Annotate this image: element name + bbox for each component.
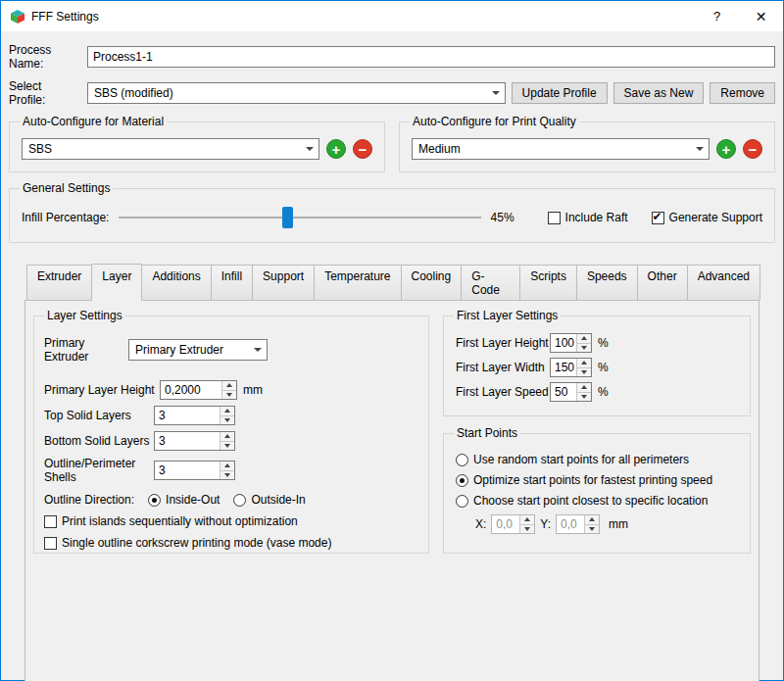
- settings-tabwidget: Extruder Layer Additions Infill Support …: [24, 265, 760, 681]
- tab-layer[interactable]: Layer: [91, 264, 142, 301]
- spin-up-icon[interactable]: [222, 381, 236, 391]
- slider-handle[interactable]: [282, 207, 293, 228]
- spin-down-icon[interactable]: [222, 391, 236, 400]
- spin-down-icon[interactable]: [577, 393, 591, 402]
- spin-up-icon[interactable]: [577, 359, 591, 368]
- tab-support[interactable]: Support: [252, 265, 315, 300]
- spin-up-icon[interactable]: [585, 515, 599, 525]
- spin-down-icon[interactable]: [220, 442, 234, 451]
- y-label: Y:: [540, 517, 551, 531]
- x-label: X:: [475, 517, 486, 531]
- radio-icon: [456, 454, 468, 466]
- print-islands-label: Print islands sequentially without optim…: [62, 514, 298, 528]
- update-profile-button[interactable]: Update Profile: [512, 82, 608, 104]
- chevron-down-icon: [691, 147, 709, 151]
- start-x-spinner[interactable]: 0,0: [491, 514, 535, 534]
- first-layer-width-spinner[interactable]: 150: [550, 358, 592, 377]
- layer-tab-pane: Layer Settings Primary Extruder Primary …: [24, 300, 760, 681]
- checkbox-icon: [548, 212, 561, 224]
- generate-support-checkbox[interactable]: Generate Support: [652, 211, 762, 224]
- outside-in-radio[interactable]: Outside-In: [233, 493, 305, 507]
- checkbox-checked-icon: [652, 212, 664, 224]
- include-raft-label: Include Raft: [565, 211, 628, 224]
- spin-value: 50: [551, 383, 576, 401]
- chevron-down-icon: [301, 147, 318, 151]
- random-start-points-label: Use random start points for all perimete…: [473, 453, 689, 466]
- primary-layer-height-label: Primary Layer Height: [44, 383, 160, 397]
- radio-selected-icon: [456, 474, 468, 487]
- optimize-start-points-radio[interactable]: Optimize start points for fastest printi…: [456, 473, 712, 487]
- outside-in-label: Outside-In: [251, 493, 305, 507]
- outline-shells-spinner[interactable]: 3: [154, 461, 235, 480]
- spin-up-icon[interactable]: [577, 334, 591, 344]
- vase-mode-checkbox[interactable]: Single outline corkscrew printing mode (…: [44, 536, 331, 550]
- first-layer-speed-spinner[interactable]: 50: [550, 382, 592, 402]
- radio-selected-icon: [148, 494, 161, 507]
- spin-down-icon[interactable]: [585, 525, 599, 534]
- first-layer-speed-label: First Layer Speed: [456, 385, 550, 399]
- percent-unit-label: %: [598, 385, 609, 399]
- remove-material-button[interactable]: −: [353, 139, 372, 159]
- random-start-points-radio[interactable]: Use random start points for all perimete…: [456, 453, 689, 466]
- tab-cooling[interactable]: Cooling: [401, 265, 463, 300]
- bottom-solid-layers-label: Bottom Solid Layers: [44, 434, 154, 448]
- add-material-button[interactable]: +: [326, 139, 346, 159]
- infill-percentage-value: 45%: [491, 211, 524, 224]
- tab-infill[interactable]: Infill: [211, 265, 253, 300]
- tab-scripts[interactable]: Scripts: [519, 265, 577, 300]
- profile-select[interactable]: SBS (modified): [87, 82, 506, 104]
- primary-extruder-select[interactable]: Primary Extruder: [128, 339, 268, 361]
- tab-advanced[interactable]: Advanced: [687, 265, 760, 300]
- first-layer-height-spinner[interactable]: 100: [550, 333, 592, 353]
- start-points-title: Start Points: [454, 426, 520, 440]
- top-solid-layers-spinner[interactable]: 3: [154, 406, 235, 425]
- spin-down-icon[interactable]: [577, 368, 591, 377]
- tab-temperature[interactable]: Temperature: [314, 265, 401, 300]
- select-profile-row: Select Profile: SBS (modified) Update Pr…: [9, 79, 775, 107]
- spin-up-icon[interactable]: [220, 407, 234, 416]
- spin-up-icon[interactable]: [520, 515, 534, 525]
- chevron-down-icon: [249, 348, 267, 352]
- percent-unit-label: %: [598, 336, 609, 350]
- spin-down-icon[interactable]: [520, 525, 534, 534]
- spin-down-icon[interactable]: [577, 344, 591, 353]
- start-points-group: Start Points Use random start points for…: [443, 426, 751, 554]
- spin-up-icon[interactable]: [220, 462, 234, 471]
- spin-down-icon[interactable]: [220, 471, 234, 480]
- print-islands-checkbox[interactable]: Print islands sequentially without optim…: [44, 514, 298, 528]
- select-profile-label: Select Profile:: [9, 79, 81, 107]
- spin-down-icon[interactable]: [220, 416, 234, 425]
- layer-settings-title: Layer Settings: [44, 309, 125, 322]
- profile-select-value: SBS (modified): [94, 86, 487, 100]
- tab-extruder[interactable]: Extruder: [26, 265, 92, 300]
- tab-bar: Extruder Layer Additions Infill Support …: [24, 265, 760, 300]
- tab-speeds[interactable]: Speeds: [576, 265, 638, 300]
- infill-percentage-slider[interactable]: [119, 207, 480, 228]
- bottom-solid-layers-spinner[interactable]: 3: [154, 431, 235, 451]
- layer-settings-group: Layer Settings Primary Extruder Primary …: [33, 309, 429, 554]
- process-name-row: Process Name:: [9, 43, 775, 71]
- process-name-input[interactable]: [87, 46, 775, 68]
- window-title: FFF Settings: [31, 10, 99, 24]
- remove-button[interactable]: Remove: [710, 82, 775, 104]
- save-as-new-button[interactable]: Save as New: [613, 82, 705, 104]
- tab-gcode[interactable]: G-Code: [461, 265, 520, 300]
- inside-out-radio[interactable]: Inside-Out: [148, 493, 220, 507]
- close-button[interactable]: ✕: [739, 1, 783, 31]
- add-quality-button[interactable]: +: [716, 139, 736, 159]
- tab-other[interactable]: Other: [637, 265, 688, 300]
- spin-up-icon[interactable]: [577, 383, 591, 393]
- material-select[interactable]: SBS: [22, 138, 319, 160]
- quality-select[interactable]: Medium: [412, 138, 710, 160]
- infill-percentage-label: Infill Percentage:: [22, 211, 109, 224]
- primary-layer-height-spinner[interactable]: 0,2000: [160, 380, 237, 400]
- remove-quality-button[interactable]: −: [743, 139, 762, 159]
- first-layer-settings-group: First Layer Settings First Layer Height …: [443, 309, 751, 416]
- start-y-spinner[interactable]: 0,0: [556, 514, 600, 534]
- spin-up-icon[interactable]: [220, 432, 234, 442]
- spin-value: 3: [155, 407, 220, 424]
- choose-start-point-radio[interactable]: Choose start point closest to specific l…: [456, 494, 708, 508]
- include-raft-checkbox[interactable]: Include Raft: [548, 211, 628, 224]
- tab-additions[interactable]: Additions: [141, 265, 211, 300]
- help-button[interactable]: ?: [695, 1, 739, 31]
